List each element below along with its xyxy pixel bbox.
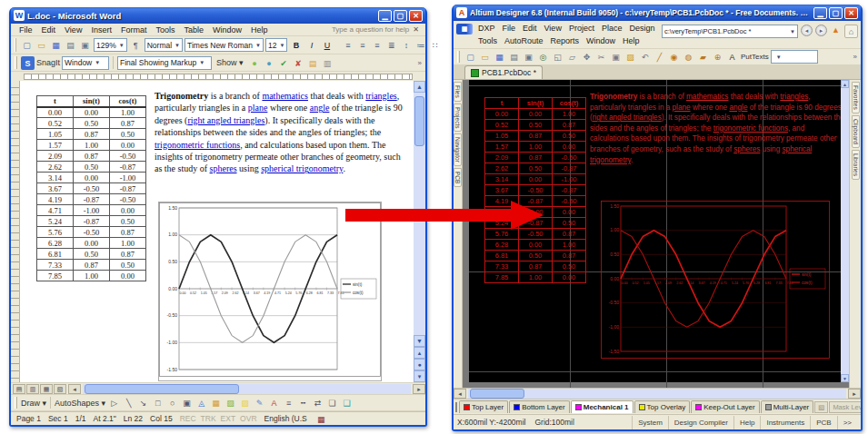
align-left-icon[interactable]: ≡ bbox=[341, 38, 354, 52]
zoom-fit-icon[interactable]: ◎ bbox=[536, 50, 550, 64]
show-marks-icon[interactable]: ¶ bbox=[129, 38, 143, 52]
scroll-right-icon[interactable]: ▸ bbox=[413, 384, 425, 394]
fill-color-icon[interactable]: ▨ bbox=[238, 396, 252, 409]
place-polygon-icon[interactable]: ▰ bbox=[696, 50, 710, 64]
web-layout-view-icon[interactable]: ▥ bbox=[26, 384, 39, 394]
menu-item[interactable]: Window bbox=[583, 35, 619, 47]
horizontal-ruler[interactable] bbox=[11, 72, 425, 81]
scroll-up-icon[interactable]: ▲ bbox=[414, 81, 425, 93]
italic-button[interactable]: I bbox=[304, 38, 318, 52]
browse-next-icon[interactable]: ▾ bbox=[414, 370, 425, 382]
menu-item[interactable]: Help bbox=[619, 35, 644, 47]
shadow-icon[interactable]: ❏ bbox=[325, 396, 339, 409]
scroll-up-icon[interactable]: ▲ bbox=[841, 80, 849, 88]
menu-item[interactable]: Design bbox=[625, 22, 658, 35]
scroll-right-icon[interactable]: ▸ bbox=[848, 389, 861, 399]
hyperlink[interactable]: right angled triangles bbox=[593, 113, 662, 122]
layer-tab[interactable]: Multi-Layer bbox=[761, 400, 814, 413]
wordart-icon[interactable]: ◬ bbox=[195, 396, 208, 409]
close-button[interactable]: ✕ bbox=[409, 10, 423, 22]
hyperlink[interactable]: plane bbox=[248, 103, 268, 113]
close-button[interactable]: ✕ bbox=[844, 7, 858, 19]
hyperlink[interactable]: spheres bbox=[733, 145, 760, 153]
snagit-icon[interactable]: S bbox=[21, 56, 35, 70]
place-dimension-icon[interactable]: ⊕ bbox=[711, 50, 724, 64]
current-layer-color-swatch[interactable] bbox=[455, 402, 457, 412]
zoom-area-icon[interactable]: ◱ bbox=[551, 50, 564, 64]
place-via-icon[interactable]: ◍ bbox=[682, 50, 695, 64]
reject-change-icon[interactable]: ✘ bbox=[292, 56, 305, 70]
menubar-close-icon[interactable]: ✕ bbox=[410, 25, 422, 34]
mask-options-button[interactable]: ▧ bbox=[814, 401, 828, 413]
word-vertical-scrollbar[interactable]: ▲ ▼ ▴ ● ▾ bbox=[414, 81, 425, 382]
canvas-horizontal-scrollbar[interactable] bbox=[468, 389, 846, 399]
browse-select-icon[interactable]: ● bbox=[414, 359, 425, 370]
numbering-icon[interactable]: ≔ bbox=[414, 38, 427, 52]
hyperlink[interactable]: angle bbox=[310, 103, 330, 113]
rectangle-icon[interactable]: □ bbox=[151, 396, 165, 409]
line-icon[interactable]: ╲ bbox=[122, 396, 135, 409]
panel-button[interactable]: Help bbox=[733, 416, 760, 429]
panel-tab[interactable]: Libraries bbox=[852, 150, 860, 180]
arrow-style-icon[interactable]: ⇄ bbox=[311, 396, 324, 409]
place-text-icon[interactable]: A bbox=[725, 50, 739, 64]
back-icon[interactable]: ◂ bbox=[801, 25, 813, 36]
accept-change-icon[interactable]: ✔ bbox=[277, 56, 291, 70]
scroll-left-icon[interactable]: ◂ bbox=[454, 389, 466, 399]
panel-button[interactable]: Design Compiler bbox=[668, 416, 733, 429]
bold-button[interactable]: B bbox=[289, 38, 303, 52]
align-right-icon[interactable]: ≡ bbox=[370, 38, 384, 52]
picture-icon[interactable]: ▨ bbox=[224, 396, 237, 409]
toolbar-grip[interactable] bbox=[15, 38, 16, 52]
show-menu-button[interactable]: Show ▾ bbox=[214, 58, 246, 67]
autoshapes-menu-button[interactable]: AutoShapes ▾ bbox=[55, 399, 105, 408]
scroll-left-icon[interactable]: ◂ bbox=[68, 384, 81, 394]
menu-item[interactable]: Insert bbox=[86, 25, 116, 35]
toolbar-overflow-icon[interactable]: » bbox=[852, 53, 859, 61]
hyperlink[interactable]: trigonometric functions bbox=[155, 140, 240, 150]
menu-item[interactable]: Edit bbox=[519, 22, 541, 35]
menu-item[interactable]: Tools bbox=[151, 25, 179, 35]
menu-item[interactable]: File bbox=[15, 25, 37, 35]
panel-tab[interactable]: Projects bbox=[454, 104, 462, 132]
layer-tab[interactable]: Top Overlay bbox=[634, 400, 691, 413]
arrow-shape-icon[interactable]: ↘ bbox=[136, 396, 150, 409]
print-icon[interactable]: ▤ bbox=[507, 50, 521, 64]
panel-tab[interactable]: Clipboard bbox=[852, 115, 860, 148]
hyperlink[interactable]: plane bbox=[673, 104, 691, 112]
snagit-window-select[interactable]: Window▼ bbox=[62, 56, 109, 70]
line-style-icon[interactable]: ≡ bbox=[282, 396, 295, 409]
layer-tab[interactable]: Bottom Layer bbox=[509, 400, 570, 413]
layer-tab[interactable]: Top Layer bbox=[459, 400, 508, 413]
dash-style-icon[interactable]: ╍ bbox=[296, 396, 310, 409]
menu-item[interactable]: DXP bbox=[474, 22, 499, 35]
place-line-icon[interactable]: ╱ bbox=[653, 50, 666, 64]
toolbar-grip[interactable] bbox=[15, 397, 17, 409]
menu-item[interactable]: AutoRoute bbox=[501, 35, 547, 47]
new-document-icon[interactable]: ▢ bbox=[20, 38, 34, 52]
word-horizontal-scrollbar[interactable] bbox=[83, 384, 411, 394]
menu-item[interactable]: Tools bbox=[474, 35, 501, 47]
select-objects-icon[interactable]: ▷ bbox=[107, 396, 121, 409]
hyperlink[interactable]: triangles bbox=[365, 91, 396, 101]
minimize-button[interactable]: ▁ bbox=[813, 7, 827, 19]
select-icon[interactable]: ▱ bbox=[565, 50, 579, 64]
print-preview-icon[interactable]: ▣ bbox=[522, 50, 535, 64]
scroll-down-icon[interactable]: ▼ bbox=[841, 374, 849, 382]
font-select[interactable]: Times New Roman▼ bbox=[185, 38, 264, 52]
style-select[interactable]: Normal▼ bbox=[145, 38, 183, 52]
print-icon[interactable]: ▤ bbox=[64, 38, 77, 52]
outline-view-icon[interactable]: ▧ bbox=[54, 384, 66, 394]
reviewing-pane-icon[interactable]: ▥ bbox=[321, 56, 334, 70]
save-icon[interactable]: ▦ bbox=[49, 38, 63, 52]
font-size-select[interactable]: 12▼ bbox=[265, 38, 287, 52]
status-flag[interactable]: REC bbox=[180, 414, 196, 423]
toolbar-overflow-icon[interactable]: » bbox=[416, 59, 424, 67]
review-prev-icon[interactable]: ● bbox=[248, 56, 262, 70]
menu-item[interactable]: View bbox=[541, 22, 565, 35]
normal-view-icon[interactable]: ▤ bbox=[13, 384, 25, 394]
layer-tab[interactable]: Keep-Out Layer bbox=[691, 400, 759, 413]
pcb-canvas[interactable]: tsin(t)cos(t)0.000.001.000.520.500.871.0… bbox=[463, 80, 849, 388]
copy-icon[interactable]: ▣ bbox=[609, 50, 623, 64]
status-flag[interactable]: TRK bbox=[201, 414, 216, 423]
